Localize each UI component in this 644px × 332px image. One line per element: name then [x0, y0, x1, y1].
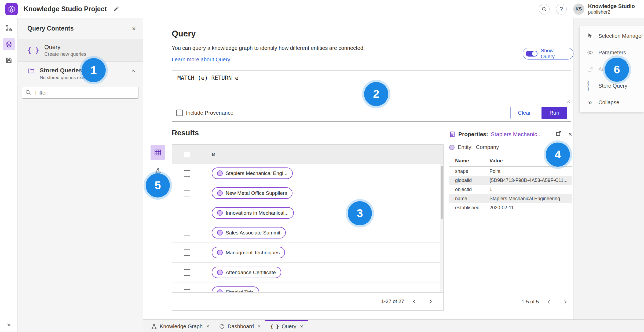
properties-range: 1-5 of 5 — [522, 299, 539, 305]
property-row: name Staplers Mechanical Engineering — [449, 194, 572, 203]
rail-contents-button[interactable] — [3, 38, 15, 50]
query-item-subtitle: Create new queries — [44, 51, 86, 57]
tab-dashboard[interactable]: Dashboard × — [214, 320, 265, 332]
query-contents-panel: Query Contents × { } Query Create new qu… — [18, 18, 143, 332]
toggle-track — [526, 51, 537, 57]
query-code-text: MATCH (e) RETURN e — [177, 75, 239, 81]
selection-manager-item[interactable]: Selection Manager — [580, 28, 644, 44]
close-tab-button[interactable]: × — [206, 323, 209, 329]
table-icon — [154, 149, 162, 156]
row-checkbox[interactable] — [184, 289, 190, 293]
query-list-item[interactable]: { } Query Create new queries — [18, 39, 143, 62]
user-info: Knowledge Studio publisher2 — [588, 3, 635, 15]
collapse-item[interactable]: » Collapse — [580, 94, 644, 111]
table-row: Firebird Title — [172, 282, 440, 292]
prev-page-button[interactable] — [408, 296, 420, 307]
edit-title-button[interactable] — [113, 5, 120, 13]
resize-handle[interactable] — [566, 99, 570, 103]
entity-pill[interactable]: New Metal Office Suppliers — [212, 187, 292, 199]
include-provenance-checkbox[interactable] — [176, 110, 183, 116]
clear-button[interactable]: Clear — [510, 107, 538, 119]
entity-pill[interactable]: Managment Techniques — [212, 247, 285, 258]
annotation-badge-5: 5 — [146, 173, 170, 197]
entity-dot-icon — [217, 270, 223, 275]
row-checkbox[interactable] — [184, 230, 190, 236]
entity-dot-icon — [217, 230, 223, 236]
double-chevron-right-icon: » — [7, 320, 11, 329]
entity-pill[interactable]: Innovations in Mechanical... — [212, 207, 294, 219]
add-to-new-icon — [555, 130, 562, 137]
properties-entity-link[interactable]: Staplers Mechanic... — [491, 131, 542, 137]
results-view-toolbar — [151, 145, 165, 178]
tab-query[interactable]: { } Query × — [265, 320, 308, 332]
entity-pill[interactable]: Sales Associate Summit — [212, 227, 286, 238]
annotation-badge-4: 4 — [546, 143, 570, 167]
prev-page-button[interactable] — [543, 296, 555, 308]
help-icon: ? — [559, 6, 563, 13]
row-checkbox[interactable] — [184, 269, 190, 276]
scrollbar-thumb[interactable] — [441, 166, 443, 219]
stored-queries-section[interactable]: Stored Queries No stored queries exist — [18, 62, 143, 84]
rail-expand-button[interactable]: » — [0, 320, 18, 329]
braces-icon: { } — [587, 80, 594, 92]
row-checkbox[interactable] — [184, 210, 190, 216]
hierarchy-icon — [5, 25, 12, 32]
vertical-scrollbar[interactable] — [440, 163, 443, 292]
add-to-new-button[interactable] — [555, 130, 562, 138]
page-title: Query — [172, 29, 196, 39]
main-content: Query You can query a knowledge graph to… — [143, 18, 573, 319]
dashboard-icon — [219, 323, 225, 329]
tab-knowledge-graph[interactable]: Knowledge Graph × — [146, 320, 214, 332]
entity-pill[interactable]: Staplers Mechanical Engi... — [212, 167, 293, 179]
entity-type-dot-icon — [449, 145, 455, 150]
entity-pill[interactable]: Attendance Certificate — [212, 267, 281, 278]
app-logo-button[interactable] — [5, 3, 18, 15]
close-icon: × — [132, 25, 136, 32]
next-page-button[interactable] — [425, 296, 436, 307]
select-all-checkbox[interactable] — [184, 151, 190, 157]
row-checkbox[interactable] — [184, 249, 190, 256]
gear-icon — [587, 49, 594, 56]
search-icon — [541, 6, 547, 12]
filter-input[interactable] — [22, 87, 138, 99]
next-page-button[interactable] — [559, 296, 571, 308]
properties-close-button[interactable]: × — [568, 130, 572, 138]
chevron-left-icon — [412, 299, 417, 304]
close-tab-button[interactable]: × — [258, 323, 261, 329]
chevron-right-icon — [428, 299, 433, 304]
close-icon: × — [206, 323, 209, 329]
row-checkbox[interactable] — [184, 190, 190, 196]
entity-dot-icon — [217, 250, 223, 255]
panel-close-button[interactable]: × — [132, 25, 136, 32]
knowledge-studio-logo-icon — [8, 5, 16, 13]
chevron-left-icon — [546, 299, 552, 304]
table-view-button[interactable] — [151, 145, 165, 160]
entity-dot-icon — [217, 190, 223, 196]
include-provenance-label: Include Provenance — [186, 110, 233, 116]
toggle-knob — [532, 51, 537, 56]
properties-doc-icon — [449, 131, 456, 137]
row-checkbox[interactable] — [184, 170, 190, 177]
learn-more-link[interactable]: Learn more about Query — [172, 57, 230, 63]
avatar[interactable]: KS — [573, 3, 584, 15]
rail-data-model-button[interactable] — [3, 22, 15, 34]
entity-pill[interactable]: Firebird Title — [212, 286, 259, 292]
help-button[interactable]: ? — [556, 4, 567, 14]
results-table: e Staplers Mechanical Engi... New Metal … — [172, 144, 444, 311]
braces-icon: { } — [27, 47, 39, 54]
table-row: Managment Techniques — [172, 243, 440, 263]
search-button[interactable] — [539, 4, 550, 14]
pencil-icon — [113, 5, 120, 12]
user-role: publisher2 — [588, 9, 635, 15]
results-title: Results — [172, 129, 199, 137]
bottom-tab-bar: Knowledge Graph × Dashboard × { } Query … — [143, 319, 644, 332]
show-query-toggle[interactable]: Show Query — [523, 48, 573, 59]
run-button[interactable]: Run — [541, 107, 567, 119]
entity-dot-icon — [217, 210, 223, 216]
entity-type: Company — [476, 144, 499, 150]
close-tab-button[interactable]: × — [300, 323, 303, 329]
collapse-section-button[interactable] — [130, 68, 136, 75]
rail-save-button[interactable] — [3, 54, 15, 66]
double-chevron-right-icon: » — [587, 99, 594, 106]
properties-pagination: 1-5 of 5 — [449, 293, 572, 311]
